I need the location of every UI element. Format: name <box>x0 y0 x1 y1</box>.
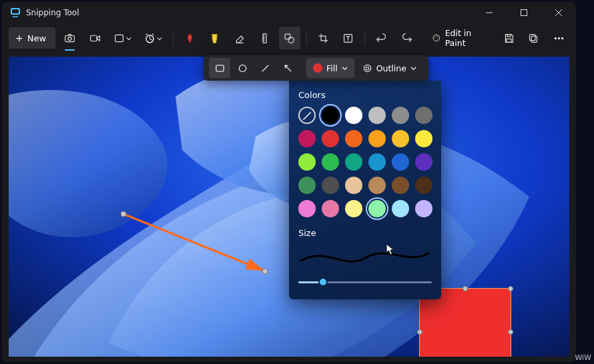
separator <box>364 30 365 46</box>
svg-point-15 <box>434 37 436 38</box>
shape-arrow-button[interactable] <box>277 58 298 78</box>
color-swatch[interactable] <box>322 200 339 217</box>
separator <box>173 30 174 46</box>
resize-handle[interactable] <box>417 329 422 335</box>
color-swatch[interactable] <box>368 130 386 147</box>
color-swatch[interactable] <box>368 177 386 194</box>
color-swatch[interactable] <box>322 177 339 194</box>
svg-rect-6 <box>115 35 123 41</box>
svg-rect-2 <box>521 10 527 16</box>
svg-rect-1 <box>12 9 19 13</box>
copy-button[interactable] <box>523 27 544 49</box>
svg-point-35 <box>366 67 369 70</box>
save-button[interactable] <box>499 27 519 49</box>
color-swatch[interactable] <box>345 200 362 217</box>
size-slider[interactable] <box>298 277 432 287</box>
watermark: WiW <box>575 354 591 363</box>
arrow-shape[interactable] <box>117 209 277 282</box>
screenshot-mode-button[interactable] <box>59 27 80 49</box>
color-swatch[interactable] <box>415 153 432 171</box>
resize-handle[interactable] <box>508 329 513 335</box>
separator <box>306 30 307 46</box>
svg-point-12 <box>288 37 294 43</box>
svg-point-17 <box>437 37 438 39</box>
edit-in-paint-button[interactable]: Edit in Paint <box>425 27 495 49</box>
color-swatch[interactable] <box>415 177 432 194</box>
undo-button[interactable] <box>371 27 392 49</box>
delay-dropdown[interactable] <box>140 27 167 49</box>
slider-thumb[interactable] <box>318 277 328 287</box>
color-swatch[interactable] <box>298 130 316 147</box>
redo-button[interactable] <box>396 27 416 49</box>
size-heading: Size <box>298 228 432 238</box>
color-swatch[interactable] <box>345 177 362 194</box>
color-swatch[interactable] <box>298 177 316 194</box>
svg-point-14 <box>433 35 440 41</box>
color-swatch[interactable] <box>345 130 362 147</box>
color-swatch[interactable] <box>368 107 386 124</box>
ruler-tool-button[interactable] <box>254 27 275 49</box>
color-swatch[interactable] <box>322 107 339 124</box>
svg-rect-11 <box>286 34 291 39</box>
titlebar: Snipping Tool <box>2 2 576 23</box>
fill-dropdown[interactable]: Fill <box>306 58 354 78</box>
crop-button[interactable] <box>313 27 334 49</box>
app-title: Snipping Tool <box>26 8 79 17</box>
cursor-icon <box>386 243 395 255</box>
fill-panel: Colors Size <box>289 81 441 299</box>
edit-in-paint-label: Edit in Paint <box>445 28 488 48</box>
svg-rect-21 <box>532 36 538 42</box>
color-swatch-grid <box>298 107 432 217</box>
svg-point-28 <box>121 211 126 217</box>
eraser-tool-button[interactable] <box>230 27 250 49</box>
color-swatch[interactable] <box>415 130 432 147</box>
resize-handle[interactable] <box>508 286 513 291</box>
color-swatch[interactable] <box>298 153 316 171</box>
shape-circle-button[interactable] <box>232 58 253 78</box>
color-swatch[interactable] <box>392 153 409 171</box>
close-button[interactable] <box>544 3 573 22</box>
new-button[interactable]: + New <box>9 27 55 49</box>
svg-rect-5 <box>90 35 96 41</box>
color-swatch[interactable] <box>322 153 339 171</box>
record-mode-button[interactable] <box>84 27 105 49</box>
svg-line-32 <box>262 65 268 71</box>
highlighter-tool-button[interactable] <box>204 27 225 49</box>
app-window: Snipping Tool + New <box>2 2 576 362</box>
new-button-label: New <box>27 33 46 43</box>
color-swatch[interactable] <box>345 153 362 171</box>
color-swatch[interactable] <box>345 107 362 124</box>
outline-label: Outline <box>376 63 406 73</box>
svg-point-23 <box>555 37 556 39</box>
snip-shape-dropdown[interactable] <box>109 27 136 49</box>
minimize-button[interactable] <box>475 3 504 22</box>
color-swatch[interactable] <box>298 107 316 124</box>
color-swatch[interactable] <box>415 200 432 217</box>
svg-point-16 <box>436 35 438 37</box>
shapes-tool-button[interactable] <box>279 27 300 49</box>
color-swatch[interactable] <box>392 107 409 124</box>
color-swatch[interactable] <box>298 200 316 217</box>
pen-tool-button[interactable] <box>180 27 200 49</box>
color-swatch[interactable] <box>368 153 386 171</box>
color-swatch[interactable] <box>368 200 386 217</box>
color-swatch[interactable] <box>322 130 339 147</box>
text-extract-button[interactable] <box>338 27 358 49</box>
svg-rect-3 <box>65 35 75 41</box>
maximize-button[interactable] <box>509 3 539 22</box>
svg-line-27 <box>123 214 262 270</box>
color-swatch[interactable] <box>392 130 409 147</box>
outline-dropdown[interactable]: Outline <box>356 58 423 78</box>
chevron-down-icon <box>157 33 162 43</box>
shape-options-bar: Fill Outline <box>204 55 428 81</box>
more-button[interactable] <box>549 27 569 49</box>
svg-point-29 <box>262 269 268 274</box>
color-swatch[interactable] <box>392 200 409 217</box>
shape-line-button[interactable] <box>254 58 276 78</box>
svg-point-25 <box>561 37 563 39</box>
app-icon <box>10 7 21 18</box>
resize-handle[interactable] <box>463 286 468 291</box>
color-swatch[interactable] <box>392 177 409 194</box>
shape-rectangle-button[interactable] <box>209 58 230 78</box>
color-swatch[interactable] <box>415 107 432 124</box>
